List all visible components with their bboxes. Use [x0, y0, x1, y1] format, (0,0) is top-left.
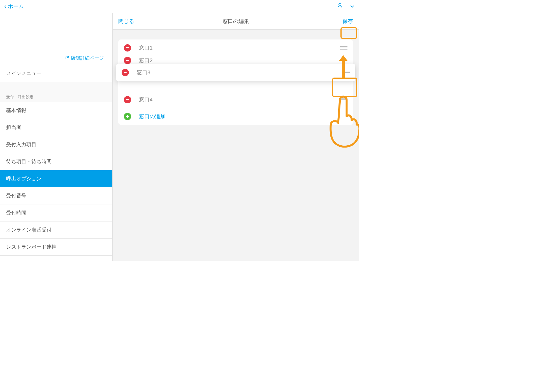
drag-handle-icon[interactable]: [340, 46, 347, 50]
sidebar-item-wait-time[interactable]: 待ち項目・待ち時間: [0, 153, 112, 170]
counter-row-3-dragging[interactable]: − 窓口3: [116, 64, 355, 81]
sidebar-item-reception-input[interactable]: 受付入力項目: [0, 136, 112, 153]
chevron-down-icon[interactable]: [350, 4, 354, 9]
sidebar-item-online-queue[interactable]: オンライン順番受付: [0, 221, 112, 239]
counter-label: 窓口3: [137, 69, 342, 76]
counter-label: 窓口2: [139, 57, 347, 64]
counter-label: 窓口1: [139, 44, 340, 52]
top-nav-right: [337, 3, 354, 10]
user-icon[interactable]: [337, 3, 343, 10]
back-label: ホーム: [8, 3, 24, 10]
counter-list: − 窓口1 − 窓口2 − 窓口3: [118, 39, 353, 125]
drag-handle-icon[interactable]: [342, 71, 350, 74]
save-button[interactable]: 保存: [342, 18, 353, 25]
svg-point-0: [339, 3, 341, 6]
sidebar-item-basic-info[interactable]: 基本情報: [0, 102, 112, 119]
counter-label: 窓口4: [139, 96, 340, 103]
sidebar-item-restaurant-board[interactable]: レストランボード連携: [0, 239, 112, 256]
chevron-left-icon: ‹: [4, 3, 6, 10]
sidebar-item-reception-number[interactable]: 受付番号: [0, 187, 112, 204]
sidebar: 店舗詳細ページ メインメニュー 受付・呼出設定 基本情報 担当者 受付入力項目 …: [0, 13, 113, 261]
counter-row-4[interactable]: − 窓口4: [118, 91, 353, 108]
store-link-label: 店舗詳細ページ: [71, 55, 104, 61]
delete-icon[interactable]: −: [124, 96, 131, 103]
sidebar-main-menu[interactable]: メインメニュー: [0, 65, 112, 82]
top-nav: ‹ ホーム: [0, 0, 359, 13]
sidebar-item-reception-time[interactable]: 受付時間: [0, 204, 112, 221]
page-title: 窓口の編集: [222, 18, 249, 25]
add-counter-row[interactable]: + 窓口の追加: [118, 108, 353, 125]
back-button[interactable]: ‹ ホーム: [4, 3, 24, 10]
store-detail-link[interactable]: 店舗詳細ページ: [65, 55, 104, 61]
counter-row-2-partial: − 窓口2: [118, 56, 353, 65]
sub-header: 閉じる 窓口の編集 保存: [113, 13, 359, 30]
sidebar-item-call-options[interactable]: 呼出オプション: [0, 170, 112, 187]
external-link-icon: [65, 56, 69, 60]
delete-icon[interactable]: −: [124, 44, 131, 52]
add-counter-label: 窓口の追加: [139, 113, 347, 120]
delete-icon[interactable]: −: [122, 69, 129, 76]
close-button[interactable]: 閉じる: [118, 18, 134, 25]
sidebar-section-header: 受付・呼出設定: [0, 92, 112, 102]
delete-icon[interactable]: −: [124, 57, 131, 64]
sidebar-header-space: 店舗詳細ページ: [0, 13, 112, 65]
sidebar-item-staff[interactable]: 担当者: [0, 119, 112, 136]
add-icon[interactable]: +: [124, 113, 131, 120]
content-area: 閉じる 窓口の編集 保存 − 窓口1 − 窓口2 − 窓口3: [113, 13, 359, 261]
counter-row-1[interactable]: − 窓口1: [118, 39, 353, 56]
drag-handle-icon[interactable]: [340, 98, 347, 101]
